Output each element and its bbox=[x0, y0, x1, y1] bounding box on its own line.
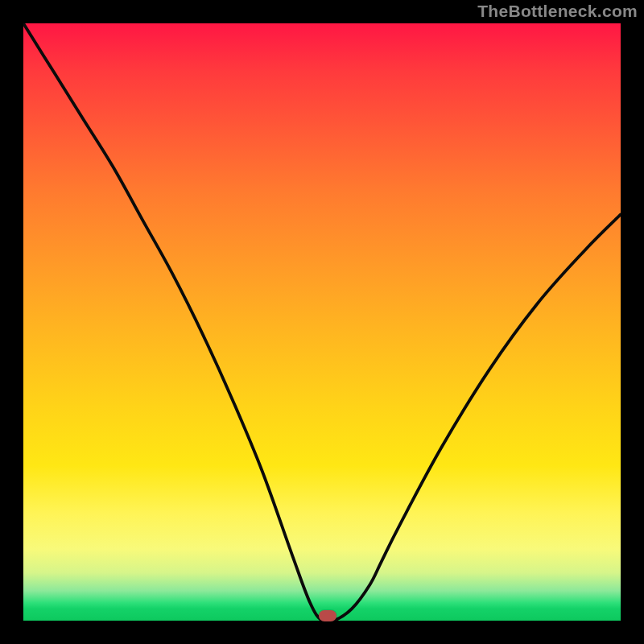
watermark-label: TheBottleneck.com bbox=[477, 2, 638, 21]
plot-area bbox=[23, 23, 621, 621]
bottleneck-curve bbox=[23, 23, 621, 621]
chart-frame: TheBottleneck.com bbox=[0, 0, 644, 644]
curve-layer bbox=[23, 23, 621, 621]
optimal-marker-icon bbox=[319, 610, 336, 621]
